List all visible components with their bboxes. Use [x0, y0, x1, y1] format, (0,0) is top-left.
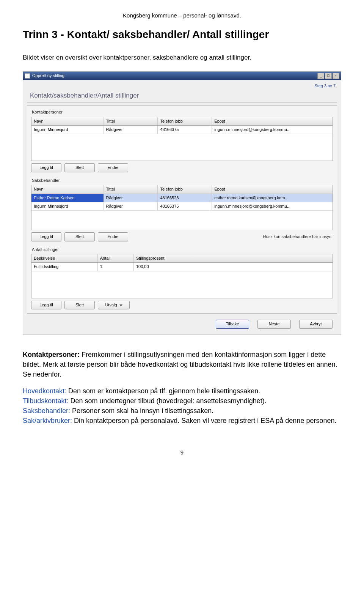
section-label-kontaktpersoner: Kontaktpersoner — [32, 109, 333, 115]
antall-delete-button[interactable]: Slett — [64, 301, 95, 309]
col-navn: Navn — [31, 117, 104, 125]
cell-epost: esther.rotmo.karlsen@kongsberg.kom... — [212, 194, 333, 202]
cell-navn: Ingunn Minnesjord — [31, 202, 104, 210]
cell-antall: 1 — [98, 263, 134, 271]
step-indicator: Steg 3 av 7 — [27, 83, 336, 89]
close-button[interactable]: × — [333, 73, 339, 79]
label-kontaktpersoner: Kontaktpersoner: — [23, 351, 80, 358]
cell-tittel: Rådgiver — [104, 202, 158, 210]
col-telefon: Telefon jobb — [158, 117, 212, 125]
saksbehandler-grid[interactable]: Navn Tittel Telefon jobb Epost Esther Ro… — [31, 185, 333, 230]
paragraph-kontaktpersoner: Kontaktpersoner: Fremkommer i stillingsu… — [23, 350, 341, 379]
col-telefon: Telefon jobb — [158, 185, 212, 193]
col-stillingsprosent: Stillingsprosent — [134, 254, 333, 262]
saks-add-button[interactable]: Legg til — [31, 232, 61, 241]
page-number: 9 — [23, 448, 341, 456]
text-hovedkontakt: Den som er kontaktperson på tlf. gjennom… — [66, 387, 260, 395]
label-saksbehandler: Saksbehandler: — [23, 407, 70, 415]
col-tittel: Tittel — [104, 185, 158, 193]
label-hovedkontakt: Hovedkontakt: — [23, 387, 66, 395]
col-epost: Epost — [212, 185, 333, 193]
saks-hint: Husk kun saksbehandlere har innsyn — [263, 234, 333, 240]
cell-epost: ingunn.minnesjord@kongsberg.kommu... — [212, 202, 333, 210]
wizard-content: Kontaktpersoner Navn Tittel Telefon jobb… — [27, 105, 337, 314]
maximize-button[interactable]: □ — [325, 73, 332, 79]
table-row[interactable]: Ingunn Minnesjord Rådgiver 48166375 ingu… — [31, 202, 333, 211]
label-tilbudskontakt: Tilbudskontakt: — [23, 397, 68, 405]
wizard-back-button[interactable]: Tilbake — [216, 320, 249, 328]
cell-epost: ingunn.minnesjord@kongsberg.kommu... — [212, 126, 333, 134]
saksbehandler-header: Navn Tittel Telefon jobb Epost — [31, 185, 333, 194]
cell-tlf: 48166375 — [158, 202, 212, 210]
titlebar: Opprett ny stilling _ □ × — [23, 72, 341, 80]
cell-prosent: 100,00 — [134, 263, 333, 271]
cell-navn: Ingunn Minnesjord — [31, 126, 104, 134]
app-window: Opprett ny stilling _ □ × Steg 3 av 7 Ko… — [23, 71, 341, 334]
wizard-next-button[interactable]: Neste — [257, 320, 291, 328]
wizard-cancel-button[interactable]: Avbryt — [299, 320, 333, 328]
utvalg-label: Utvalg — [105, 302, 117, 308]
col-antall: Antall — [98, 254, 134, 262]
antall-grid[interactable]: Beskrivelse Antall Stillingsprosent Full… — [31, 254, 333, 298]
text-saksbehandler: Personer som skal ha innsyn i tilsetting… — [70, 407, 213, 415]
paragraph-roles: Hovedkontakt: Den som er kontaktperson p… — [23, 386, 341, 426]
page-title: Trinn 3 - Kontakt/ saksbehandler/ Antall… — [23, 27, 341, 42]
kontakt-edit-button[interactable]: Endre — [98, 163, 128, 172]
table-row[interactable]: Esther Rotmo Karlsen Rådgiver 48166523 e… — [31, 194, 333, 202]
section-label-antall: Antall stillinger — [32, 247, 333, 252]
section-label-saksbehandler: Saksbehandler — [32, 178, 333, 183]
saks-delete-button[interactable]: Slett — [64, 232, 95, 241]
label-sakarkivbruker: Sak/arkivbruker: — [23, 417, 72, 424]
table-row[interactable]: Ingunn Minnesjord Rådgiver 48166375 ingu… — [31, 126, 333, 134]
app-icon — [25, 73, 30, 79]
document-header: Kongsberg kommune – personal- og lønnsav… — [23, 11, 341, 19]
cell-beskrivelse: Fulltidsstilling — [31, 263, 98, 271]
minimize-button[interactable]: _ — [317, 73, 324, 79]
antall-utvalg-button[interactable]: Utvalg — [98, 301, 130, 309]
chevron-down-icon — [119, 304, 122, 306]
cell-tlf: 48166375 — [158, 126, 212, 134]
col-beskrivelse: Beskrivelse — [31, 254, 98, 262]
table-row[interactable]: Fulltidsstilling 1 100,00 — [31, 263, 333, 271]
kontaktpersoner-grid[interactable]: Navn Tittel Telefon jobb Epost Ingunn Mi… — [31, 117, 333, 161]
antall-header: Beskrivelse Antall Stillingsprosent — [31, 254, 333, 263]
intro-paragraph: Bildet viser en oversikt over kontaktper… — [23, 53, 341, 62]
text-tilbudskontakt: Den som undertegner tilbud (hovedregel: … — [68, 397, 266, 405]
window-title: Opprett ny stilling — [32, 73, 64, 79]
kontakt-delete-button[interactable]: Slett — [64, 163, 95, 172]
cell-tittel: Rådgiver — [104, 194, 158, 202]
saks-edit-button[interactable]: Endre — [98, 232, 128, 241]
col-epost: Epost — [212, 117, 333, 125]
col-navn: Navn — [31, 185, 104, 193]
cell-tlf: 48166523 — [158, 194, 212, 202]
cell-tittel: Rådgiver — [104, 126, 158, 134]
antall-add-button[interactable]: Legg til — [31, 301, 61, 309]
wizard-title: Kontakt/saksbehandler/Antall stillinger — [30, 91, 336, 100]
kontakt-add-button[interactable]: Legg til — [31, 163, 61, 172]
text-sakarkivbruker: Din kontaktperson på personalavd. Saken … — [72, 417, 336, 424]
kontaktpersoner-header: Navn Tittel Telefon jobb Epost — [31, 117, 333, 126]
cell-navn: Esther Rotmo Karlsen — [31, 194, 104, 202]
col-tittel: Tittel — [104, 117, 158, 125]
